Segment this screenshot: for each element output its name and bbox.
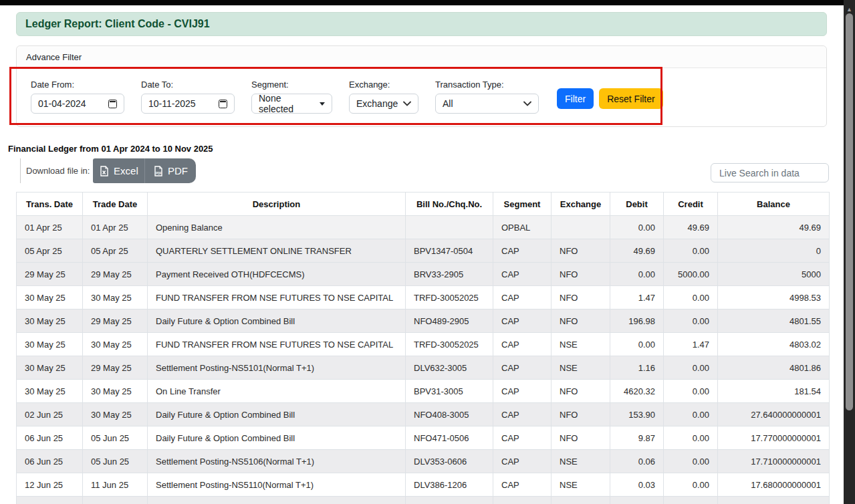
cell-credit: 0.00 — [664, 403, 718, 426]
segment-select[interactable]: None selected — [251, 94, 332, 114]
cell-credit: 0.00 — [664, 380, 718, 403]
cell-trans-date: 12 Jun 25 — [17, 473, 83, 497]
cell-trans-date: 05 Apr 25 — [17, 239, 83, 263]
pdf-file-icon: PDF — [154, 166, 163, 176]
date-from-input[interactable]: 01-04-2024 — [31, 94, 124, 114]
filter-buttons: Filter Reset Filter — [557, 88, 663, 109]
column-header-balance[interactable]: Balance — [718, 193, 830, 216]
cell-balance — [718, 497, 830, 504]
cell-description: Opening Balance — [148, 216, 406, 239]
reset-filter-button[interactable]: Reset Filter — [599, 88, 663, 109]
cell-debit: 0.00 — [610, 216, 664, 239]
cell-balance: 4803.02 — [718, 333, 830, 356]
column-header-credit[interactable]: Credit — [664, 193, 718, 216]
cell-segment — [493, 497, 552, 504]
calendar-icon[interactable] — [108, 100, 117, 108]
cell-credit: 1.47 — [664, 333, 718, 356]
cell-trade-date: 05 Jun 25 — [83, 426, 148, 450]
filter-button[interactable]: Filter — [557, 88, 594, 109]
cell-balance: 17.710000000001 — [718, 450, 830, 473]
cell-exchange: NFO — [552, 309, 610, 333]
exchange-select[interactable]: Exchange — [349, 94, 418, 114]
cell-balance: 17.770000000001 — [718, 426, 830, 450]
table-row: 30 May 2529 May 25Daily Future & Option … — [17, 309, 830, 333]
ledger-heading: Financial Ledger from 01 Apr 2024 to 10 … — [8, 144, 213, 154]
column-header-description[interactable]: Description — [148, 193, 406, 216]
cell-description: FUND TRANSFER FROM NSE FUTURES TO NSE CA… — [148, 286, 406, 309]
ledger-report-page: Ledger Report: Client Code - CVIJ91 Adva… — [0, 0, 855, 504]
table-row: 06 Jun 2505 Jun 25Daily Future & Option … — [17, 426, 830, 450]
cell-segment: CAP — [493, 309, 552, 333]
cell-bill-no: TRFD-30052025 — [406, 286, 493, 309]
cell-exchange: NSE — [552, 450, 610, 473]
download-label: Download file in: — [26, 166, 90, 176]
cell-balance: 181.54 — [718, 380, 830, 403]
table-row: 30 May 2530 May 25FUND TRANSFER FROM NSE… — [17, 286, 830, 309]
download-pdf-button[interactable]: PDF PDF — [144, 158, 196, 183]
table-row: 30 May 2530 May 25On Line TransferBPV31-… — [17, 380, 830, 403]
date-to-input[interactable]: 10-11-2025 — [141, 94, 235, 114]
cell-trans-date: 02 Jun 25 — [17, 403, 83, 426]
cell-trade-date: 30 May 25 — [83, 403, 148, 426]
cell-segment: OPBAL — [493, 216, 552, 239]
cell-exchange: NFO — [552, 263, 610, 286]
column-header-bill-no[interactable]: Bill No./Chq.No. — [406, 193, 493, 216]
cell-trans-date: 30 May 25 — [17, 309, 83, 333]
download-button-group: Excel PDF PDF — [93, 158, 196, 183]
cell-bill-no: DLV632-3005 — [406, 356, 493, 380]
column-header-trans-date[interactable]: Trans. Date — [17, 193, 83, 216]
cell-debit: 153.90 — [610, 403, 664, 426]
transaction-type-group: Transaction Type: All — [435, 80, 539, 114]
cell-debit: 0.00 — [610, 263, 664, 286]
table-row: 05 Apr 2505 Apr 25QUARTERLY SETTLEMENT O… — [17, 239, 830, 263]
ledger-table: Trans. DateTrade DateDescriptionBill No.… — [16, 192, 830, 504]
cell-debit: 4620.32 — [610, 380, 664, 403]
transaction-type-select[interactable]: All — [435, 94, 539, 114]
cell-credit: 49.69 — [664, 216, 718, 239]
cell-debit: 9.87 — [610, 426, 664, 450]
cell-balance: 49.69 — [718, 216, 830, 239]
cell-trade-date: 01 Apr 25 — [83, 216, 148, 239]
column-header-exchange[interactable]: Exchange — [552, 193, 610, 216]
cell-bill-no: BPV1347-0504 — [406, 239, 493, 263]
cell-exchange: NFO — [552, 380, 610, 403]
cell-credit: 0.00 — [664, 286, 718, 309]
pdf-button-label: PDF — [168, 165, 188, 176]
column-header-trade-date[interactable]: Trade Date — [83, 193, 148, 216]
exchange-group: Exchange: Exchange — [349, 80, 418, 114]
cell-credit: 0.00 — [664, 309, 718, 333]
cell-trade-date: 11 Jun 25 — [83, 473, 148, 497]
cell-trans-date: 01 Apr 25 — [17, 216, 83, 239]
table-row: 12 Jun 2511 Jun 25Settlement Posting-NS5… — [17, 473, 830, 497]
live-search-input[interactable] — [711, 163, 829, 182]
column-header-debit[interactable]: Debit — [610, 193, 664, 216]
vertical-scrollbar[interactable]: ▲ — [844, 0, 855, 504]
segment-group: Segment: None selected — [251, 80, 332, 114]
cell-debit: 0.00 — [610, 333, 664, 356]
cell-trade-date: 29 May 25 — [83, 263, 148, 286]
scrollbar-up-arrow-icon[interactable]: ▲ — [844, 7, 855, 13]
calendar-icon[interactable] — [219, 100, 227, 108]
download-excel-button[interactable]: Excel — [93, 158, 144, 183]
cell-bill-no: NFO471-0506 — [406, 426, 493, 450]
cell-segment: CAP — [493, 333, 552, 356]
caret-down-icon — [320, 102, 325, 106]
date-to-label: Date To: — [141, 80, 235, 90]
exchange-label: Exchange: — [349, 80, 418, 90]
scrollbar-thumb[interactable] — [846, 13, 853, 410]
page-title: Ledger Report: Client Code - CVIJ91 — [16, 12, 827, 36]
cell-segment: CAP — [493, 403, 552, 426]
column-header-segment[interactable]: Segment — [493, 193, 552, 216]
cell-trans-date: 29 May 25 — [17, 263, 83, 286]
cell-segment: CAP — [493, 239, 552, 263]
cell-segment: CAP — [493, 426, 552, 450]
cell-description: Payment Received OTH(HDFCECMS) — [148, 263, 406, 286]
cell-exchange: NFO — [552, 286, 610, 309]
cell-balance: 4801.86 — [718, 356, 830, 380]
table-row: 06 Jun 2505 Jun 25Settlement Posting-NS5… — [17, 450, 830, 473]
cell-credit: 0.00 — [664, 239, 718, 263]
cell-exchange — [552, 216, 610, 239]
cell-exchange: NFO — [552, 239, 610, 263]
cell-trade-date: 30 May 25 — [83, 286, 148, 309]
cell-balance: 4801.55 — [718, 309, 830, 333]
